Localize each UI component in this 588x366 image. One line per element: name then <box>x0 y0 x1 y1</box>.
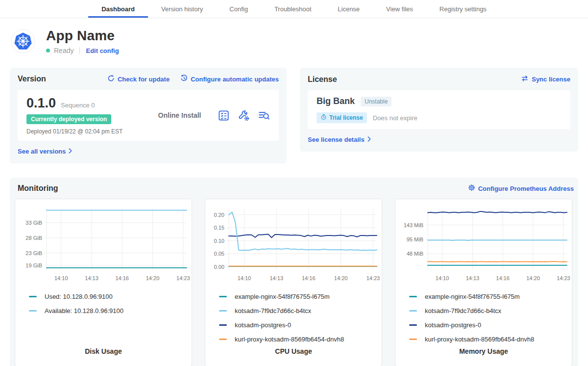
svg-text:33 GiB: 33 GiB <box>25 220 42 226</box>
kubernetes-logo-icon <box>11 29 35 53</box>
svg-text:28 GiB: 28 GiB <box>25 235 42 241</box>
version-panel: Version Check for update Configure autom… <box>10 68 287 163</box>
scheduled-update-icon <box>180 75 188 83</box>
deployed-timestamp: Deployed 01/19/22 @ 02:04 pm EST <box>26 128 142 135</box>
app-header: App Name Ready Edit config <box>0 18 588 54</box>
legend-item: kotsadm-7f9dc7d66c-b4tcx <box>409 304 572 318</box>
memory-usage-legend: example-nginx-54f8f76755-l675mkotsadm-7f… <box>409 289 572 346</box>
svg-text:14:23: 14:23 <box>176 275 190 281</box>
refresh-icon <box>107 75 115 83</box>
legend-label: Available: 10.128.0.96:9100 <box>45 307 123 314</box>
svg-text:14:10: 14:10 <box>54 275 68 281</box>
svg-text:48 MiB: 48 MiB <box>407 251 423 257</box>
tab-config[interactable]: Config <box>216 0 261 18</box>
license-panel-title: License <box>308 75 337 84</box>
license-expiry: Does not expire <box>373 114 417 122</box>
svg-text:14:16: 14:16 <box>302 275 316 281</box>
svg-text:0.05: 0.05 <box>214 251 224 257</box>
edit-config-link[interactable]: Edit config <box>86 47 119 54</box>
legend-label: kotsadm-7f9dc7d66c-b4tcx <box>425 307 501 314</box>
legend-item: kotsadm-7f9dc7d66c-b4tcx <box>219 304 382 318</box>
legend-dash-icon <box>29 310 37 312</box>
version-number: 0.1.0 <box>26 96 56 111</box>
svg-text:0.00: 0.00 <box>214 264 224 270</box>
tab-license[interactable]: License <box>324 0 373 18</box>
configure-automatic-updates-link[interactable]: Configure automatic updates <box>180 75 279 83</box>
svg-text:0.10: 0.10 <box>214 238 224 244</box>
legend-label: kurl-proxy-kotsadm-8569fb6454-dnvh8 <box>425 336 534 343</box>
disk-usage-chart-card: 33 GiB28 GiB23 GiB19 GiB14:1014:1314:161… <box>15 199 192 366</box>
legend-item: example-nginx-54f8f76755-l675m <box>219 289 382 304</box>
see-license-details-link[interactable]: See license details <box>308 136 371 143</box>
nav-tabs: DashboardVersion historyConfigTroublesho… <box>88 0 500 18</box>
disk-usage-title: Disk Usage <box>15 347 192 355</box>
install-type: Online Install <box>142 111 218 119</box>
chevron-right-icon <box>69 148 72 155</box>
memory-usage-plot: 143 MiB95 MiB48 MiB14:1014:1314:1614:201… <box>395 202 572 284</box>
current-version-card: 0.1.0 Sequence 0 Currently deployed vers… <box>18 90 279 141</box>
tab-troubleshoot[interactable]: Troubleshoot <box>261 0 324 18</box>
legend-label: Used: 10.128.0.96:9100 <box>45 293 113 300</box>
version-sequence: Sequence 0 <box>61 102 95 109</box>
license-panel: License Sync license Big Bank Unstable <box>300 68 578 152</box>
deploy-logs-icon[interactable] <box>258 109 270 122</box>
monitoring-title: Monitoring <box>18 184 58 193</box>
divider <box>79 47 80 54</box>
svg-text:14:13: 14:13 <box>85 275 98 281</box>
cpu-usage-plot: 0.200.150.100.050.0014:1014:1314:1614:20… <box>205 202 382 284</box>
svg-text:143 MiB: 143 MiB <box>404 222 423 228</box>
check-for-update-link[interactable]: Check for update <box>107 75 170 83</box>
legend-label: kotsadm-postgres-0 <box>235 321 291 329</box>
gear-icon <box>468 184 475 193</box>
configure-prometheus-link[interactable]: Configure Prometheus Address <box>468 184 574 193</box>
memory-usage-chart-card: 143 MiB95 MiB48 MiB14:1014:1314:1614:201… <box>395 199 572 366</box>
app-status-text: Ready <box>54 47 74 54</box>
legend-dash-icon <box>219 310 227 312</box>
svg-text:0.15: 0.15 <box>214 225 224 231</box>
chevron-right-icon <box>368 136 371 143</box>
trial-license-badge: Trial license <box>317 112 367 123</box>
deployed-badge: Currently deployed version <box>26 114 111 124</box>
svg-text:14:10: 14:10 <box>436 275 449 281</box>
tab-view-files[interactable]: View files <box>373 0 426 18</box>
legend-dash-icon <box>409 296 417 297</box>
legend-dash-icon <box>219 296 227 297</box>
svg-text:14:13: 14:13 <box>466 275 480 281</box>
legend-label: kotsadm-7f9dc7d66c-b4tcx <box>235 307 311 314</box>
legend-item: kurl-proxy-kotsadm-8569fb6454-dnvh8 <box>409 332 572 346</box>
cpu-usage-legend: example-nginx-54f8f76755-l675mkotsadm-7f… <box>219 289 382 346</box>
preflight-checks-icon[interactable] <box>218 109 230 122</box>
ready-status-dot <box>46 49 50 52</box>
memory-usage-title: Memory Usage <box>395 347 572 355</box>
svg-text:23 GiB: 23 GiB <box>25 250 42 256</box>
svg-text:0.20: 0.20 <box>214 212 224 218</box>
svg-text:14:20: 14:20 <box>334 275 348 281</box>
charts-row: 33 GiB28 GiB23 GiB19 GiB14:1014:1314:161… <box>15 199 574 366</box>
tab-version-history[interactable]: Version history <box>148 0 216 18</box>
version-panel-title: Version <box>18 75 46 83</box>
legend-dash-icon <box>219 339 227 340</box>
svg-text:14:20: 14:20 <box>526 275 540 281</box>
legend-item: kurl-proxy-kotsadm-8569fb6454-dnvh8 <box>219 332 382 346</box>
sync-license-link[interactable]: Sync license <box>521 75 570 84</box>
top-nav: DashboardVersion historyConfigTroublesho… <box>0 0 588 18</box>
legend-label: kurl-proxy-kotsadm-8569fb6454-dnvh8 <box>235 336 344 343</box>
svg-text:14:16: 14:16 <box>115 275 129 281</box>
legend-item: Used: 10.128.0.96:9100 <box>29 289 192 304</box>
monitoring-panel: Monitoring Configure Prometheus Address … <box>10 178 578 366</box>
legend-item: kotsadm-postgres-0 <box>219 318 382 332</box>
svg-text:14:10: 14:10 <box>238 275 251 281</box>
stopwatch-icon <box>320 114 327 122</box>
disk-usage-legend: Used: 10.128.0.96:9100Available: 10.128.… <box>29 289 192 318</box>
svg-text:19 GiB: 19 GiB <box>25 262 42 268</box>
see-all-versions-link[interactable]: See all versions <box>18 148 72 155</box>
license-customer-name: Big Bank <box>317 96 355 106</box>
legend-item: kotsadm-postgres-0 <box>409 318 572 332</box>
sync-icon <box>521 75 529 84</box>
legend-label: example-nginx-54f8f76755-l675m <box>425 293 520 300</box>
tab-registry-settings[interactable]: Registry settings <box>426 0 500 18</box>
tab-dashboard[interactable]: Dashboard <box>88 0 148 18</box>
edit-config-wrench-icon[interactable] <box>238 109 250 122</box>
legend-label: kotsadm-postgres-0 <box>425 321 481 329</box>
legend-dash-icon <box>219 324 227 326</box>
